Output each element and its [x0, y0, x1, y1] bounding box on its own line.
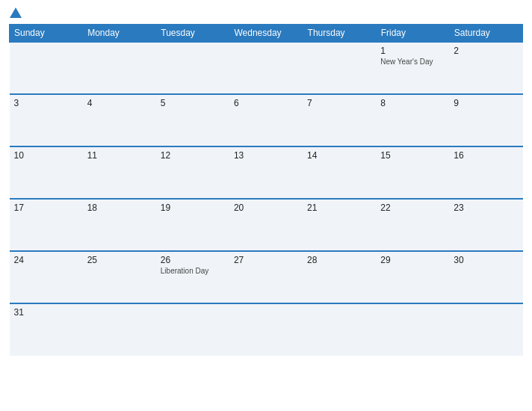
calendar-page: SundayMondayTuesdayWednesdayThursdayFrid… [0, 0, 532, 411]
calendar-cell: 2 [449, 42, 522, 94]
weekday-header-row: SundayMondayTuesdayWednesdayThursdayFrid… [10, 25, 523, 43]
day-number: 15 [380, 150, 445, 161]
calendar-cell: 21 [303, 199, 376, 251]
calendar-cell: 22 [376, 199, 449, 251]
day-number: 8 [380, 98, 445, 108]
calendar-cell: 7 [303, 94, 376, 146]
day-number: 25 [87, 255, 152, 265]
calendar-cell: 31 [10, 303, 83, 356]
day-number: 20 [234, 203, 298, 213]
calendar-cell [83, 42, 156, 94]
day-number: 4 [87, 98, 152, 108]
day-number: 5 [161, 98, 225, 108]
weekday-header-monday: Monday [83, 25, 156, 43]
day-number: 17 [14, 203, 78, 213]
calendar-cell [449, 303, 522, 356]
day-number: 16 [454, 150, 518, 161]
holiday-label: Liberation Day [161, 267, 225, 275]
day-number: 18 [87, 203, 152, 213]
calendar-cell: 8 [376, 94, 449, 146]
day-number: 3 [14, 98, 78, 108]
weekday-header-saturday: Saturday [449, 25, 522, 43]
day-number: 19 [161, 203, 225, 213]
day-number: 9 [454, 98, 518, 108]
weekday-header-thursday: Thursday [303, 25, 376, 43]
calendar-cell [229, 42, 303, 94]
day-number: 24 [14, 255, 78, 265]
calendar-week-row: 10111213141516 [10, 146, 523, 199]
day-number: 22 [380, 203, 445, 213]
day-number: 1 [380, 46, 445, 56]
weekday-header-tuesday: Tuesday [156, 25, 229, 43]
calendar-cell: 15 [376, 146, 449, 199]
calendar-cell: 9 [449, 94, 522, 146]
calendar-cell [376, 303, 449, 356]
day-number: 10 [14, 150, 78, 161]
day-number: 13 [234, 150, 298, 161]
calendar-cell [83, 303, 156, 356]
calendar-cell: 4 [83, 94, 156, 146]
calendar-cell [303, 42, 376, 94]
calendar-cell [303, 303, 376, 356]
day-number: 29 [380, 255, 445, 265]
weekday-header-friday: Friday [376, 25, 449, 43]
calendar-cell: 24 [10, 251, 83, 303]
weekday-header-sunday: Sunday [10, 25, 83, 43]
day-number: 26 [161, 255, 225, 265]
calendar-cell: 13 [229, 146, 303, 199]
calendar-cell: 14 [303, 146, 376, 199]
calendar-cell: 20 [229, 199, 303, 251]
calendar-week-row: 1New Year's Day2 [10, 42, 523, 94]
logo [9, 7, 22, 18]
logo-triangle-icon [10, 7, 22, 18]
calendar-cell: 19 [156, 199, 229, 251]
day-number: 2 [454, 46, 518, 56]
calendar-cell: 10 [10, 146, 83, 199]
calendar-week-row: 242526Liberation Day27282930 [10, 251, 523, 303]
calendar-cell: 5 [156, 94, 229, 146]
calendar-cell [156, 42, 229, 94]
holiday-label: New Year's Day [380, 58, 445, 66]
calendar-cell: 23 [449, 199, 522, 251]
calendar-cell: 16 [449, 146, 522, 199]
calendar-cell: 12 [156, 146, 229, 199]
day-number: 21 [307, 203, 371, 213]
calendar-cell [10, 42, 83, 94]
day-number: 12 [161, 150, 225, 161]
day-number: 31 [14, 307, 78, 318]
calendar-week-row: 17181920212223 [10, 199, 523, 251]
day-number: 14 [307, 150, 371, 161]
weekday-header-wednesday: Wednesday [229, 25, 303, 43]
day-number: 6 [234, 98, 298, 108]
day-number: 27 [234, 255, 298, 265]
day-number: 30 [454, 255, 518, 265]
calendar-cell: 26Liberation Day [156, 251, 229, 303]
calendar-cell [156, 303, 229, 356]
calendar-cell: 28 [303, 251, 376, 303]
calendar-cell [229, 303, 303, 356]
calendar-cell: 25 [83, 251, 156, 303]
calendar-cell: 27 [229, 251, 303, 303]
day-number: 23 [454, 203, 518, 213]
calendar-cell: 3 [10, 94, 83, 146]
day-number: 7 [307, 98, 371, 108]
day-number: 28 [307, 255, 371, 265]
calendar-cell: 29 [376, 251, 449, 303]
calendar-header [9, 7, 523, 18]
calendar-cell: 11 [83, 146, 156, 199]
calendar-cell: 1New Year's Day [376, 42, 449, 94]
calendar-week-row: 31 [10, 303, 523, 356]
day-number: 11 [87, 150, 152, 161]
calendar-week-row: 3456789 [10, 94, 523, 146]
calendar-cell: 18 [83, 199, 156, 251]
calendar-cell: 17 [10, 199, 83, 251]
calendar-table: SundayMondayTuesdayWednesdayThursdayFrid… [9, 24, 523, 356]
calendar-cell: 30 [449, 251, 522, 303]
calendar-cell: 6 [229, 94, 303, 146]
